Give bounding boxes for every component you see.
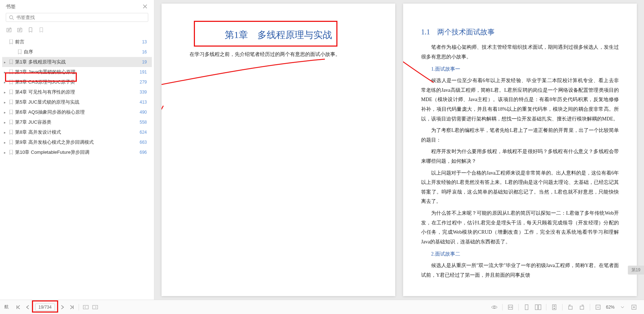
bookmark-label: 第5章 JUC显式锁的原理与实战: [15, 99, 136, 105]
bookmark-page-number: 663: [136, 140, 150, 145]
bookmark-page-number: 339: [136, 90, 150, 95]
svg-rect-9: [538, 305, 541, 310]
bookmark-ribbon-icon: [9, 100, 14, 105]
bookmark-label: 前言: [15, 39, 136, 45]
annotation-arrow-icon: [162, 57, 330, 97]
bookmark-page-number: 696: [136, 150, 150, 155]
section-title: 1.1 两个技术面试故事: [421, 27, 619, 37]
rotate-right-icon[interactable]: [577, 303, 587, 311]
bookmark-item[interactable]: 自序16: [2, 47, 152, 57]
sidebar-title: 书签: [6, 4, 16, 10]
expand-toggle-icon[interactable]: ▸: [2, 110, 7, 114]
rotate-left-icon[interactable]: [566, 303, 575, 311]
bookmark-ribbon-icon: [17, 49, 22, 54]
bookmark-ribbon-icon: [9, 90, 14, 95]
zoom-level[interactable]: 62%: [606, 305, 615, 310]
bookmark-item[interactable]: ▸第2章 Java内置锁的核心原理191: [2, 67, 152, 77]
bookmarks-sidebar: 书签 前言13自序16▸第1章 多线程原理与实战19▸第2章 Java内置锁的核…: [0, 0, 154, 314]
bookmark-label: 第7章 JUC容器类: [15, 119, 136, 125]
collapse-all-icon[interactable]: [17, 27, 23, 33]
body-text: 程序开发时为什么要用多线程，单线程不是很好吗？多线程有什么意义？多线程会带来哪些…: [421, 147, 619, 166]
body-text: 笔者作为核心架构师、技术主管经常组织技术面试，期间遇到过很多候选人，发生过很多有…: [421, 43, 619, 62]
prev-page-button[interactable]: [24, 303, 32, 311]
body-text: 候选人是一位至少有着6年以上开发经验、毕业于某二本院校计算机专业、看上去非常老练…: [421, 76, 619, 124]
bookmark-ribbon-icon: [9, 70, 14, 75]
next-page-button[interactable]: [59, 303, 66, 311]
first-page-button[interactable]: [14, 303, 22, 311]
zoom-in-button[interactable]: [629, 303, 639, 311]
bookmark-item[interactable]: ▸第7章 JUC容器类558: [2, 117, 152, 127]
bookmark-outline-icon[interactable]: [38, 27, 45, 33]
expand-toggle-icon[interactable]: ▸: [2, 100, 7, 104]
svg-rect-11: [569, 306, 572, 309]
bookmark-label: 第8章 高并发设计模式: [15, 129, 136, 135]
bookmark-search-input[interactable]: [16, 15, 145, 20]
bookmarks-list: 前言13自序16▸第1章 多线程原理与实战19▸第2章 Java内置锁的核心原理…: [0, 37, 154, 314]
bookmark-page-number: 16: [136, 49, 150, 54]
page-right: 1.1 两个技术面试故事 笔者作为核心架构师、技术主管经常组织技术面试，期间遇到…: [403, 4, 637, 296]
svg-rect-3: [83, 305, 88, 309]
bookmark-ribbon-icon: [9, 120, 14, 125]
visibility-icon[interactable]: [490, 303, 499, 311]
bookmark-item[interactable]: ▸第10章 CompletableFuture异步回调696: [2, 147, 152, 157]
expand-toggle-icon[interactable]: ▸: [2, 120, 7, 124]
expand-all-icon[interactable]: [6, 27, 12, 33]
bookmark-page-number: 413: [136, 100, 150, 105]
body-text: 为了考察L君的编程水平，笔者先给L君上了一道正餐前的开胃菜，出了一个比较简单的题…: [421, 126, 619, 145]
bookmark-label: 第2章 Java内置锁的核心原理: [15, 69, 136, 75]
bookmark-label: 第1章 多线程原理与实战: [15, 59, 136, 65]
two-page-icon[interactable]: [533, 303, 543, 311]
bookmark-label: 第6章 AQS抽象同步器的核心原理: [15, 109, 136, 115]
body-text: 为什么答不上来呢？可能的原因从L君的简历可以探知一二：L君做了多年传统Web开发…: [421, 209, 619, 247]
subsection-title: 1.面试故事一: [421, 66, 619, 72]
bookmark-ribbon-icon: [9, 60, 14, 65]
bookmark-ribbon-icon[interactable]: [27, 27, 34, 33]
page-left: 第1章 多线程原理与实战 在学习多线程之前，先介绍笔者经历过的两个有意思的面试小…: [162, 4, 395, 296]
bookmark-label: 第3章 CAS原理与JUC原子类: [15, 79, 136, 85]
bookmark-label: 第10章 CompletableFuture异步回调: [15, 149, 136, 156]
bookmark-item[interactable]: 前言13: [2, 37, 152, 47]
expand-toggle-icon[interactable]: ▸: [2, 90, 7, 94]
nav-back-button[interactable]: [82, 303, 90, 311]
chapter-title: 第1章 多线程原理与实战: [179, 29, 377, 41]
page-number-value: 19/734: [38, 305, 52, 310]
bookmark-item[interactable]: ▸第9章 高并发核心模式之异步回调模式663: [2, 137, 152, 147]
bookmark-ribbon-icon: [9, 140, 14, 145]
subsection-title: 2.面试故事二: [421, 251, 619, 257]
bookmark-page-number: 279: [136, 80, 150, 85]
bookmark-item[interactable]: ▸第4章 可见性与有序性的原理339: [2, 87, 152, 97]
bookmark-item[interactable]: ▸第1章 多线程原理与实战19: [2, 57, 152, 67]
bookmark-ribbon-icon: [9, 80, 14, 85]
expand-toggle-icon[interactable]: ▸: [2, 130, 7, 134]
bookmark-item[interactable]: ▸第8章 高并发设计模式624: [2, 127, 152, 137]
bookmark-page-number: 558: [136, 120, 150, 125]
document-viewport: 第1章 多线程原理与实战 在学习多线程之前，先介绍笔者经历过的两个有意思的面试小…: [154, 0, 644, 314]
nav-forward-button[interactable]: [91, 303, 99, 311]
expand-toggle-icon[interactable]: ▸: [2, 70, 7, 74]
bookmark-page-number: 13: [136, 39, 150, 44]
expand-toggle-icon[interactable]: ▸: [2, 141, 7, 144]
single-page-icon[interactable]: [522, 303, 531, 311]
bottom-toolbar: 航 19/734 62%: [0, 300, 644, 314]
svg-rect-8: [535, 305, 538, 310]
bookmark-search[interactable]: [6, 13, 148, 22]
page-number-input[interactable]: 19/734: [35, 304, 55, 311]
bookmark-item[interactable]: ▸第5章 JUC显式锁的原理与实战413: [2, 97, 152, 107]
bookmark-page-number: 624: [136, 130, 150, 135]
scroll-mode-icon[interactable]: [550, 303, 559, 311]
expand-toggle-icon[interactable]: ▸: [2, 60, 7, 64]
zoom-dropdown-icon[interactable]: [618, 303, 627, 311]
svg-rect-12: [580, 306, 584, 309]
bookmark-ribbon-icon: [9, 150, 14, 155]
zoom-out-button[interactable]: [593, 303, 603, 311]
close-sidebar-button[interactable]: [143, 4, 148, 10]
search-icon: [9, 15, 14, 20]
bookmark-ribbon-icon: [9, 110, 14, 115]
fit-width-icon[interactable]: [506, 303, 515, 311]
svg-rect-4: [93, 305, 98, 309]
expand-toggle-icon[interactable]: ▸: [2, 151, 7, 154]
bookmark-item[interactable]: ▸第6章 AQS抽象同步器的核心原理490: [2, 107, 152, 117]
bookmark-item[interactable]: ▸第3章 CAS原理与JUC原子类279: [2, 77, 152, 87]
expand-toggle-icon[interactable]: ▸: [2, 80, 7, 84]
last-page-button[interactable]: [68, 303, 76, 311]
